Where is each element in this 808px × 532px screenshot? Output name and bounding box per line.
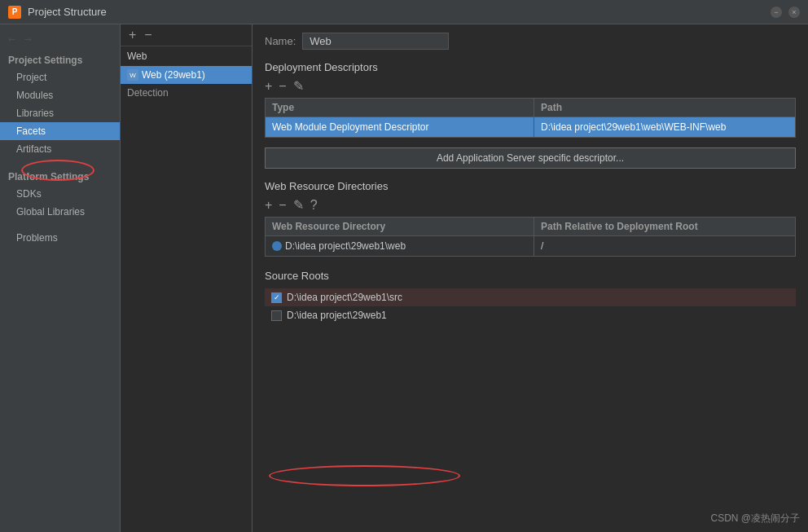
wrd-edit-button[interactable]: ✎ (293, 199, 304, 212)
source-root-item[interactable]: D:\idea project\29web1\src (265, 288, 796, 306)
dd-row-path: D:\idea project\29web1\web\WEB-INF\web (534, 117, 795, 137)
nav-arrows: ← → (0, 29, 120, 50)
name-label: Name: (265, 35, 296, 47)
wrd-header: Web Resource Directory Path Relative to … (266, 218, 795, 236)
content-panel: Name: Web Deployment Descriptors + − ✎ T… (253, 24, 808, 532)
forward-arrow[interactable]: → (22, 33, 33, 46)
name-input[interactable]: Web (302, 33, 449, 50)
dd-col-path: Path (534, 99, 795, 117)
minimize-button[interactable]: − (771, 7, 782, 18)
tree-remove-button[interactable]: − (143, 29, 153, 42)
tree-add-button[interactable]: + (127, 29, 138, 42)
deployment-descriptors-toolbar: + − ✎ (265, 80, 796, 93)
source-root-checkbox-1[interactable] (271, 310, 282, 321)
title-bar: P Project Structure − × (0, 0, 808, 24)
web-resource-dirs-table: Web Resource Directory Path Relative to … (265, 217, 796, 257)
sidebar-item-modules[interactable]: Modules (0, 86, 120, 104)
dd-row-type: Web Module Deployment Descriptor (266, 117, 534, 137)
web-module-icon: W (127, 69, 138, 81)
sidebar: ← → Project Settings Project Modules Lib… (0, 24, 121, 532)
dd-edit-button[interactable]: ✎ (293, 80, 304, 93)
source-roots-title: Source Roots (265, 270, 796, 282)
deployment-descriptors-table: Type Path Web Module Deployment Descript… (265, 98, 796, 138)
source-root-item[interactable]: D:\idea project\29web1 (265, 306, 796, 324)
wrd-add-button[interactable]: + (265, 199, 272, 212)
tree-root-node[interactable]: Web (121, 46, 252, 66)
web-dir-icon (272, 241, 282, 251)
wrd-row-path: / (534, 236, 795, 256)
app-icon: P (8, 6, 21, 19)
dd-add-button[interactable]: + (265, 80, 272, 93)
source-roots-section: Source Roots D:\idea project\29web1\src … (265, 270, 796, 324)
back-arrow[interactable]: ← (7, 33, 18, 46)
watermark: CSDN @凌热闹分子 (710, 512, 800, 525)
name-row: Name: Web (265, 33, 796, 50)
sidebar-item-problems[interactable]: Problems (0, 229, 120, 247)
window-title: Project Structure (28, 6, 771, 18)
deployment-descriptors-title: Deployment Descriptors (265, 61, 796, 73)
tree-panel: + − Web W Web (29web1) Detection (121, 24, 253, 532)
sidebar-item-libraries[interactable]: Libraries (0, 104, 120, 122)
window-controls: − × (771, 7, 800, 18)
tree-selected-node[interactable]: W Web (29web1) (121, 66, 252, 84)
add-server-descriptor-button[interactable]: Add Application Server specific descript… (265, 147, 796, 169)
source-root-label-1: D:\idea project\29web1 (287, 310, 387, 321)
tree-detection-label: Detection (121, 84, 252, 102)
project-settings-label: Project Settings (0, 50, 120, 68)
platform-settings-label: Platform Settings (0, 166, 120, 185)
sidebar-item-artifacts[interactable]: Artifacts (0, 140, 120, 158)
dd-remove-button[interactable]: − (279, 80, 286, 93)
table-row[interactable]: Web Module Deployment Descriptor D:\idea… (266, 117, 795, 137)
close-button[interactable]: × (788, 7, 800, 18)
sidebar-item-global-libraries[interactable]: Global Libraries (0, 203, 120, 221)
dd-table-header: Type Path (266, 99, 795, 117)
wrd-help-button[interactable]: ? (310, 199, 318, 212)
sidebar-item-facets[interactable]: Facets (0, 122, 120, 140)
wrd-col-path: Path Relative to Deployment Root (534, 218, 795, 235)
dd-col-type: Type (266, 99, 534, 117)
main-layout: ← → Project Settings Project Modules Lib… (0, 24, 808, 532)
wrd-remove-button[interactable]: − (279, 199, 286, 212)
sidebar-item-sdks[interactable]: SDKs (0, 185, 120, 203)
wrd-row-dir: D:\idea project\29web1\web (266, 236, 534, 256)
source-root-label-0: D:\idea project\29web1\src (287, 292, 402, 303)
wrd-col-dir: Web Resource Directory (266, 218, 534, 235)
wrd-toolbar: + − ✎ ? (265, 199, 796, 212)
sidebar-item-project[interactable]: Project (0, 68, 120, 86)
web-resource-dirs-title: Web Resource Directories (265, 180, 796, 192)
tree-toolbar: + − (121, 24, 252, 46)
source-root-checkbox-0[interactable] (271, 292, 282, 303)
table-row[interactable]: D:\idea project\29web1\web / (266, 236, 795, 256)
